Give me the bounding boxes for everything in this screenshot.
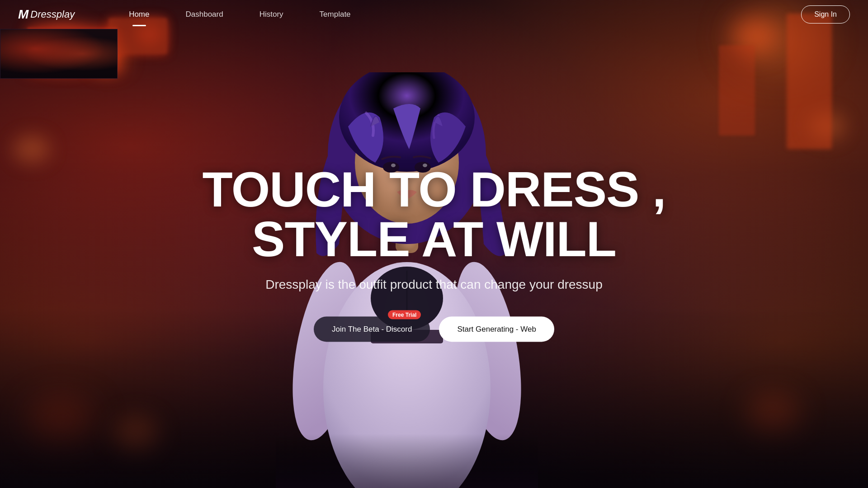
hero-section: TOUCH TO DRESS , STYLE AT WILL Dressplay…	[118, 164, 750, 342]
nav-links-container: Home Dashboard History Template	[111, 0, 801, 29]
nav-link-history[interactable]: History	[241, 0, 302, 29]
logo-name: Dressplay	[30, 9, 75, 20]
discord-button-label: Join The Beta - Discord	[332, 325, 412, 333]
thumbnail-content	[0, 29, 117, 78]
svg-rect-14	[276, 434, 538, 488]
bokeh-light-9	[14, 136, 50, 163]
brand-logo[interactable]: M Dressplay	[18, 7, 75, 22]
logo-m-icon: M	[18, 7, 28, 22]
sign-glow-4	[719, 45, 755, 136]
free-trial-badge: Free Trial	[388, 310, 421, 319]
nav-link-template[interactable]: Template	[302, 0, 369, 29]
nav-link-home[interactable]: Home	[111, 0, 167, 29]
sign-glow-3	[787, 14, 832, 149]
discord-button[interactable]: Free Trial Join The Beta - Discord	[314, 317, 430, 342]
nav-link-dashboard[interactable]: Dashboard	[168, 0, 241, 29]
navigation: M Dressplay Home Dashboard History Templ…	[0, 0, 868, 29]
web-generate-button[interactable]: Start Generating - Web	[439, 317, 554, 342]
hero-subtitle: Dressplay is the outfit product that can…	[118, 277, 750, 292]
hero-title: TOUCH TO DRESS , STYLE AT WILL	[118, 164, 750, 264]
hero-buttons: Free Trial Join The Beta - Discord Start…	[118, 317, 750, 342]
signin-button[interactable]: Sign In	[801, 5, 850, 23]
nav-thumbnail-panel	[0, 29, 118, 79]
